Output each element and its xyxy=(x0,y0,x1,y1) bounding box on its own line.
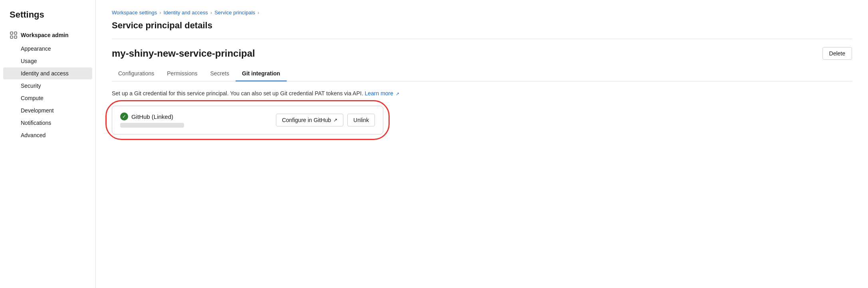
svg-rect-2 xyxy=(10,36,13,38)
breadcrumb-sep-1: › xyxy=(159,10,161,16)
sidebar-item-notifications[interactable]: Notifications xyxy=(3,117,92,129)
tab-permissions[interactable]: Permissions xyxy=(161,66,204,81)
breadcrumb-sep-2: › xyxy=(210,10,212,16)
breadcrumb-identity-access[interactable]: Identity and access xyxy=(164,10,208,16)
svg-rect-3 xyxy=(14,36,17,38)
breadcrumb-service-principals[interactable]: Service principals xyxy=(214,10,255,16)
sidebar-item-appearance[interactable]: Appearance xyxy=(3,43,92,55)
tab-configurations[interactable]: Configurations xyxy=(112,66,161,81)
sidebar-item-security[interactable]: Security xyxy=(3,80,92,92)
main-content: Workspace settings › Identity and access… xyxy=(96,0,868,288)
git-description: Set up a Git credential for this service… xyxy=(112,89,852,98)
sidebar-title: Settings xyxy=(0,10,95,28)
workspace-admin-label: Workspace admin xyxy=(21,32,69,38)
external-link-icon: ↗ xyxy=(396,91,399,97)
delete-button[interactable]: Delete xyxy=(822,47,852,60)
sidebar-nav: Appearance Usage Identity and access Sec… xyxy=(0,43,95,141)
sidebar-item-compute[interactable]: Compute xyxy=(3,92,92,104)
sidebar-item-development[interactable]: Development xyxy=(3,105,92,116)
git-card: ✓ GitHub (Linked) Configure in GitHub ↗ … xyxy=(112,106,383,134)
sp-header: my-shiny-new-service-principal Delete xyxy=(112,47,852,60)
git-card-wrapper: ✓ GitHub (Linked) Configure in GitHub ↗ … xyxy=(112,106,383,134)
breadcrumb-sep-3: › xyxy=(258,10,259,16)
git-card-actions: Configure in GitHub ↗ Unlink xyxy=(276,114,375,126)
sp-name: my-shiny-new-service-principal xyxy=(112,48,255,59)
sidebar-item-usage[interactable]: Usage xyxy=(3,55,92,67)
check-icon: ✓ xyxy=(120,112,128,120)
breadcrumb: Workspace settings › Identity and access… xyxy=(112,10,852,16)
workspace-admin-section[interactable]: Workspace admin xyxy=(0,28,95,42)
tab-git-integration[interactable]: Git integration xyxy=(236,66,287,81)
svg-rect-1 xyxy=(14,32,17,34)
page-title: Service principal details xyxy=(112,20,852,39)
external-icon: ↗ xyxy=(333,117,337,123)
tab-secrets[interactable]: Secrets xyxy=(204,66,236,81)
sidebar-item-advanced[interactable]: Advanced xyxy=(3,129,92,141)
sidebar-item-identity-access[interactable]: Identity and access xyxy=(3,67,92,79)
configure-in-github-button[interactable]: Configure in GitHub ↗ xyxy=(276,114,343,126)
git-card-left: ✓ GitHub (Linked) xyxy=(120,112,184,128)
breadcrumb-workspace-settings[interactable]: Workspace settings xyxy=(112,10,157,16)
git-card-title: ✓ GitHub (Linked) xyxy=(120,112,184,120)
unlink-button[interactable]: Unlink xyxy=(347,114,375,126)
tabs: Configurations Permissions Secrets Git i… xyxy=(112,66,852,81)
svg-rect-0 xyxy=(10,32,13,34)
git-card-subtitle xyxy=(120,123,184,128)
sidebar: Settings Workspace admin Appearance Usag… xyxy=(0,0,96,288)
workspace-icon xyxy=(10,31,18,39)
learn-more-link[interactable]: Learn more ↗ xyxy=(365,90,399,97)
